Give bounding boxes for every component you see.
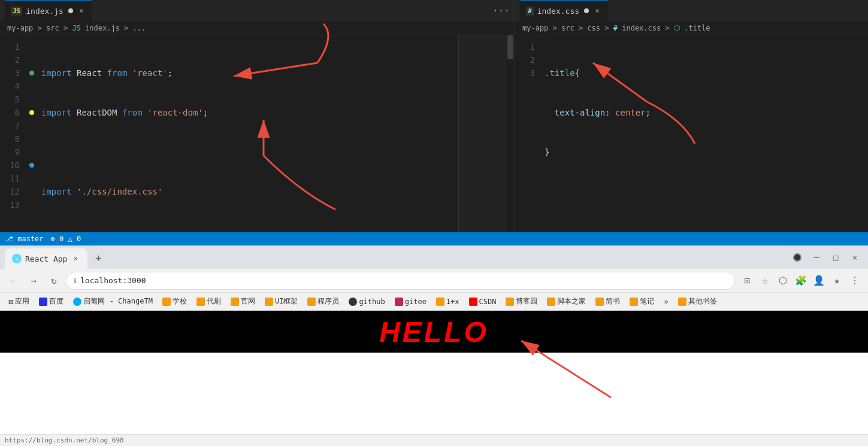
line-numbers: 1 2 3 4 5 6 7 8 9 10 11 12 13	[0, 35, 27, 245]
bookmark-gitee[interactable]: gitee	[391, 296, 430, 307]
right-tab-modified	[584, 8, 589, 13]
bookmark-csdn[interactable]: CSDN	[465, 296, 500, 307]
bookmarks-bar: ⊞ 应用 百度 启葡网 - ChangeTM 学校 代刷 官网 UI框架	[0, 293, 868, 311]
bookmark-ui[interactable]: UI框架	[261, 295, 301, 308]
right-tab-close[interactable]: ×	[592, 6, 602, 16]
jianshu-icon	[595, 298, 604, 306]
jianshu-label: 简书	[606, 296, 620, 307]
apps-label: 应用	[15, 296, 29, 307]
status-bar: ⎇ master ⊗ 0 △ 0	[0, 232, 868, 245]
school-icon	[162, 298, 171, 306]
code-line-4: import './css/index.css'	[39, 185, 458, 198]
bookmark-github[interactable]: github	[345, 296, 388, 307]
right-tab-label: index.css	[537, 7, 579, 16]
left-minimap	[458, 35, 506, 245]
browser-status-bar: https://blog.csdn.net/blog_698	[0, 434, 868, 446]
puzzle-icon[interactable]: 🧩	[793, 272, 809, 289]
maximize-button[interactable]: □	[827, 249, 844, 266]
right-editor: # index.css × my-app > src > css > # ind…	[515, 0, 868, 245]
toolbar-actions: ⊡ ☆ ⬡ 🧩 👤 ★ ⋮	[739, 272, 863, 289]
browser-window-controls: ─ □ ×	[789, 249, 863, 266]
browser-toolbar: ← → ↻ ℹ localhost:3000 ⊡ ☆ ⬡ 🧩 👤 ★ ⋮	[0, 269, 868, 293]
back-button[interactable]: ←	[5, 272, 22, 289]
bookmark-programmer[interactable]: 程序员	[304, 295, 343, 308]
apps-grid-icon: ⊞	[8, 297, 13, 307]
baidu-label: 百度	[49, 296, 63, 307]
secure-icon: ℹ	[74, 277, 77, 285]
blog-label: 博客园	[516, 296, 537, 307]
1x-label: 1+x	[446, 298, 459, 306]
bookmark-changetm[interactable]: 启葡网 - ChangeTM	[69, 295, 156, 308]
daoshua-label: 代刷	[207, 296, 221, 307]
csdn-label: CSDN	[479, 298, 497, 306]
close-button[interactable]: ×	[846, 249, 863, 266]
browser-active-tab[interactable]: ⚛ React App ×	[5, 248, 87, 269]
left-code-area[interactable]: 1 2 3 4 5 6 7 8 9 10 11 12 13	[0, 35, 515, 245]
css-line-2: text-align: center;	[542, 106, 868, 119]
programmer-label: 程序员	[317, 296, 339, 307]
address-bar[interactable]: ℹ localhost:3000	[66, 272, 735, 290]
bookmark-school[interactable]: 学校	[159, 295, 190, 308]
gutter	[27, 35, 39, 245]
bookmark-notes[interactable]: 笔记	[626, 295, 658, 308]
tab-menu-button[interactable]: ···	[492, 5, 510, 16]
other-label: 其他书签	[688, 296, 717, 307]
blog-icon	[506, 298, 514, 306]
left-scrollbar[interactable]	[506, 35, 515, 245]
other-icon	[678, 298, 686, 306]
right-editor-tab[interactable]: # index.css ×	[520, 0, 608, 21]
right-code-area[interactable]: 1 2 3 .title{ text-align: center; }	[515, 35, 868, 245]
url-display[interactable]: localhost:3000	[80, 276, 727, 285]
bookmark-baidu[interactable]: 百度	[35, 295, 67, 308]
extension-icon[interactable]: ⬡	[775, 272, 791, 289]
breadcrumb-text: my-app > src > JS index.js > ...	[7, 24, 146, 32]
bookmark-apps[interactable]: ⊞ 应用	[5, 295, 33, 308]
bookmark-icon-btn[interactable]: ☆	[757, 272, 773, 289]
refresh-button[interactable]: ↻	[46, 272, 62, 289]
left-tab-label: index.js	[26, 7, 63, 16]
gitee-icon	[395, 298, 403, 306]
css-line-3: }	[542, 145, 868, 159]
forward-button[interactable]: →	[25, 272, 42, 289]
changetm-label: 启葡网 - ChangeTM	[83, 296, 152, 307]
profile-icon[interactable]: 👤	[810, 272, 827, 289]
bookmark-jianshu[interactable]: 简书	[592, 295, 624, 308]
code-line-2: import ReactDOM from 'react-dom';	[39, 106, 458, 119]
more-label: »	[664, 298, 668, 306]
right-breadcrumb: my-app > src > css > # index.css > ⬡ .ti…	[515, 21, 868, 35]
css-line-1: .title{	[542, 66, 868, 80]
minimize-button[interactable]: ─	[808, 249, 825, 266]
star-icon[interactable]: ★	[828, 272, 845, 289]
ui-icon	[265, 298, 273, 306]
notes-icon	[630, 298, 638, 306]
record-button[interactable]	[789, 249, 806, 266]
status-url: https://blog.csdn.net/blog_698	[5, 436, 124, 444]
official-label: 官网	[241, 296, 255, 307]
left-code-content[interactable]: import React from 'react'; import ReactD…	[39, 35, 458, 245]
bookmark-official[interactable]: 官网	[227, 295, 259, 308]
browser-tab-close[interactable]: ×	[71, 254, 80, 263]
left-tab-close[interactable]: ×	[77, 6, 86, 16]
bookmark-other[interactable]: 其他书签	[675, 295, 721, 308]
bookmark-more[interactable]: »	[660, 296, 672, 307]
status-branch: ⎇ master	[5, 235, 44, 243]
right-line-numbers: 1 2 3	[515, 35, 542, 245]
js-file-icon: JS	[11, 7, 22, 16]
bookmark-1x[interactable]: 1+x	[433, 296, 463, 307]
screenshot-icon[interactable]: ⊡	[739, 272, 755, 289]
official-icon	[231, 298, 239, 306]
bookmark-daoshua[interactable]: 代刷	[193, 295, 225, 308]
right-code-content[interactable]: .title{ text-align: center; }	[542, 35, 868, 245]
changetm-icon	[73, 298, 81, 306]
bookmark-blog[interactable]: 博客园	[502, 295, 541, 308]
ui-label: UI框架	[275, 296, 298, 307]
left-editor-tab[interactable]: JS index.js ×	[5, 0, 92, 21]
bookmark-script[interactable]: 脚本之家	[543, 295, 589, 308]
script-label: 脚本之家	[557, 296, 586, 307]
menu-icon[interactable]: ⋮	[846, 272, 863, 289]
right-breadcrumb-text: my-app > src > css > # index.css > ⬡ .ti…	[522, 24, 710, 32]
code-line-3	[39, 145, 458, 159]
browser-tab-title: React App	[25, 254, 67, 263]
browser-new-tab-button[interactable]: +	[90, 249, 107, 266]
gitee-label: gitee	[405, 298, 427, 306]
